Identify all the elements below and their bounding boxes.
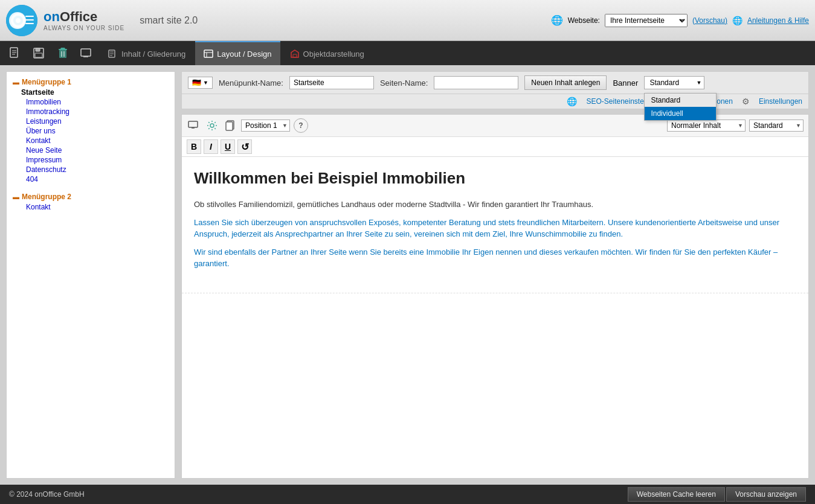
menu-group-2-title[interactable]: ▬ Menügruppe 2 bbox=[13, 193, 169, 201]
underline-icon: U bbox=[225, 142, 231, 152]
menu-item-startseite[interactable]: Startseite bbox=[21, 88, 169, 97]
webseite-select-wrap[interactable]: Ihre Internetseite bbox=[605, 14, 688, 27]
svg-rect-12 bbox=[36, 48, 40, 51]
menu-item-404[interactable]: 404 bbox=[21, 174, 169, 184]
content-editor[interactable]: Willkommen bei Beispiel Immobilien Ob st… bbox=[182, 157, 808, 290]
webseite-select[interactable]: Ihre Internetseite bbox=[605, 14, 688, 27]
banner-dropdown-popup: Standard Individuell bbox=[644, 93, 717, 121]
menu-item-neue-seite[interactable]: Neue Seite bbox=[21, 145, 169, 155]
vorschau-link[interactable]: (Vorschau) bbox=[692, 16, 727, 25]
settings-icon[interactable] bbox=[205, 118, 219, 133]
menuname-label: Menüpunkt-Name: bbox=[219, 78, 283, 88]
new-content-button[interactable]: Neuen Inhalt anlegen bbox=[524, 75, 607, 90]
gear-icon: ⚙ bbox=[742, 97, 750, 106]
cache-clear-button[interactable]: Webseiten Cache leeren bbox=[628, 487, 725, 502]
menu-item-immotracking[interactable]: Immotracking bbox=[21, 107, 169, 116]
menuname-input[interactable] bbox=[289, 76, 374, 89]
banner-label: Banner bbox=[613, 78, 638, 88]
globe-icon-2: 🌐 bbox=[732, 16, 743, 25]
banner-dropdown-wrap[interactable]: Standard ▼ Standard Individuell bbox=[644, 76, 704, 89]
menu-item-immobilien[interactable]: Immobilien bbox=[21, 97, 169, 107]
editor-toolbar-left: Position 1 Position 2 Position 3 ? bbox=[187, 118, 662, 133]
position-select[interactable]: Position 1 Position 2 Position 3 bbox=[241, 120, 290, 132]
top-right-controls: 🌐 Webseite: Ihre Internetseite (Vorschau… bbox=[551, 14, 809, 27]
italic-button[interactable]: I bbox=[204, 139, 218, 154]
style-select-wrap[interactable]: Standard Modern Classic bbox=[749, 120, 804, 132]
menu-group-2: ▬ Menügruppe 2 Kontakt bbox=[13, 193, 169, 212]
style-select[interactable]: Standard Modern Classic bbox=[749, 120, 804, 132]
editor-wrap: Position 1 Position 2 Position 3 ? Norma… bbox=[181, 114, 809, 479]
menu-item-kontakt-2[interactable]: Kontakt bbox=[21, 202, 169, 212]
svg-rect-15 bbox=[59, 50, 66, 58]
svg-rect-25 bbox=[204, 50, 213, 57]
language-flag-button[interactable]: 🇩🇪 ▼ bbox=[188, 77, 213, 89]
monitor-icon[interactable] bbox=[187, 118, 201, 133]
save-button[interactable] bbox=[27, 42, 50, 65]
group1-label: Menügruppe 1 bbox=[22, 78, 71, 86]
menu-group-2-items: Kontakt bbox=[13, 202, 169, 212]
toolbar-row: 🇩🇪 ▼ Menüpunkt-Name: Seiten-Name: Neuen … bbox=[181, 71, 809, 94]
menu-item-impressum[interactable]: Impressum bbox=[21, 155, 169, 165]
tab-objekt[interactable]: Objektdarstellung bbox=[282, 41, 373, 65]
bold-icon: B bbox=[191, 142, 197, 152]
position-select-wrap[interactable]: Position 1 Position 2 Position 3 bbox=[241, 120, 290, 132]
brand-name: onOffice bbox=[43, 9, 124, 25]
svg-rect-5 bbox=[25, 19, 34, 21]
tab-objekt-label: Objektdarstellung bbox=[303, 49, 364, 59]
banner-option-standard[interactable]: Standard bbox=[645, 94, 716, 107]
svg-rect-4 bbox=[25, 16, 34, 17]
svg-rect-18 bbox=[81, 49, 91, 56]
bold-button[interactable]: B bbox=[187, 139, 201, 154]
menu-group-1-items: Startseite Immobilien Immotracking Leist… bbox=[13, 88, 169, 184]
content-para3: Wir sind ebenfalls der Partner an Ihrer … bbox=[194, 246, 796, 270]
svg-point-32 bbox=[210, 124, 214, 127]
help-link[interactable]: Anleitungen & Hilfe bbox=[747, 16, 809, 25]
content-type-select-wrap[interactable]: Normaler Inhalt HTML Formular bbox=[667, 120, 746, 132]
settings-link[interactable]: Einstellungen bbox=[759, 97, 802, 106]
menu-group-1-title[interactable]: ▬ Menügruppe 1 bbox=[13, 78, 169, 86]
content-area: ▬ Menügruppe 1 Startseite Immobilien Imm… bbox=[0, 65, 815, 485]
footer-buttons: Webseiten Cache leeren Vorschau anzeigen bbox=[628, 487, 806, 502]
svg-point-3 bbox=[16, 18, 21, 23]
tagline: ALWAYS ON YOUR SIDE bbox=[43, 25, 124, 31]
top-bar: onOffice ALWAYS ON YOUR SIDE smart site … bbox=[0, 0, 815, 41]
content-type-select[interactable]: Normaler Inhalt HTML Formular bbox=[667, 120, 746, 132]
banner-dropdown-arrow: ▼ bbox=[696, 80, 701, 86]
tab-inhalt[interactable]: Inhalt / Gliederung bbox=[100, 41, 194, 65]
webseite-label: Webseite: bbox=[568, 16, 600, 25]
sidebar: ▬ Menügruppe 1 Startseite Immobilien Imm… bbox=[6, 71, 175, 479]
banner-option-individuell[interactable]: Individuell bbox=[645, 107, 716, 120]
svg-rect-29 bbox=[188, 121, 198, 127]
menu-item-leistungen[interactable]: Leistungen bbox=[21, 116, 169, 126]
new-page-button[interactable] bbox=[3, 42, 26, 65]
preview-button[interactable]: Vorschau anzeigen bbox=[726, 487, 806, 502]
tab-layout[interactable]: Layout / Design bbox=[195, 41, 280, 65]
footer-bar: © 2024 onOffice GmbH Webseiten Cache lee… bbox=[0, 485, 815, 504]
globe-seo-icon: 🌐 bbox=[567, 97, 577, 106]
seitenname-input[interactable] bbox=[434, 76, 518, 89]
delete-button[interactable] bbox=[51, 42, 74, 65]
preview-nav-button[interactable] bbox=[76, 42, 98, 65]
menu-item-datenschutz[interactable]: Datenschutz bbox=[21, 165, 169, 174]
copy-icon[interactable] bbox=[223, 118, 237, 133]
globe-icon: 🌐 bbox=[551, 14, 563, 26]
svg-rect-6 bbox=[25, 23, 34, 24]
underline-button[interactable]: U bbox=[221, 139, 235, 154]
group1-toggle[interactable]: ▬ bbox=[13, 78, 19, 86]
svg-rect-34 bbox=[226, 122, 233, 130]
editor-bottom-area bbox=[182, 293, 808, 311]
flag-dropdown-icon: ▼ bbox=[203, 80, 208, 86]
banner-select-display[interactable]: Standard ▼ bbox=[644, 76, 704, 89]
menu-item-kontakt[interactable]: Kontakt bbox=[21, 136, 169, 145]
svg-point-1 bbox=[11, 13, 25, 28]
group2-label: Menügruppe 2 bbox=[22, 193, 71, 201]
group2-toggle[interactable]: ▬ bbox=[13, 193, 19, 200]
refresh-button[interactable]: ↺ bbox=[237, 139, 252, 154]
svg-rect-14 bbox=[59, 49, 67, 50]
version-label: smart site 2.0 bbox=[140, 15, 198, 26]
nav-bar: Inhalt / Gliederung Layout / Design Obje… bbox=[0, 41, 815, 65]
help-icon[interactable]: ? bbox=[294, 118, 308, 133]
menu-item-ueberuns[interactable]: Über uns bbox=[21, 126, 169, 136]
format-bar: B I U ↺ bbox=[182, 137, 808, 157]
svg-rect-13 bbox=[35, 53, 42, 57]
